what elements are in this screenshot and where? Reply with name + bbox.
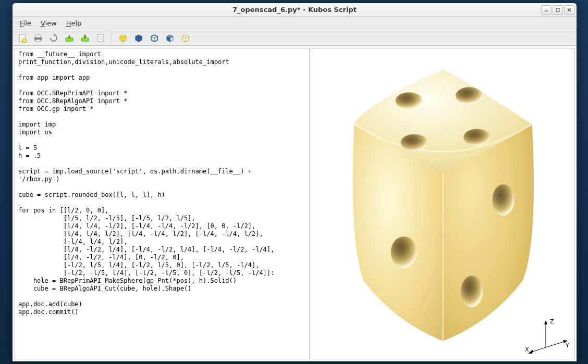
menu-view[interactable]: View <box>36 18 61 29</box>
svg-point-19 <box>463 129 491 146</box>
svg-text:Z: Z <box>550 318 554 325</box>
menubar: File View Help <box>13 17 577 30</box>
svg-rect-8 <box>36 40 40 42</box>
3d-viewer-pane[interactable]: Z Y X <box>312 48 574 359</box>
cube-wire-icon[interactable] <box>148 32 161 44</box>
svg-rect-7 <box>36 35 40 37</box>
edit-icon[interactable] <box>94 32 107 44</box>
menu-file[interactable]: File <box>16 18 35 29</box>
close-button[interactable] <box>564 5 574 15</box>
toolbar <box>13 30 577 46</box>
print-icon[interactable] <box>31 32 45 44</box>
cube-solid-icon[interactable] <box>116 32 130 44</box>
window-title: 7_openscad_6.py* - Kubos Script <box>232 6 357 14</box>
new-file-icon[interactable] <box>16 32 29 44</box>
cube-shaded-icon[interactable] <box>132 32 145 44</box>
refresh-icon[interactable] <box>47 32 60 44</box>
save-icon[interactable] <box>78 32 92 44</box>
svg-point-5 <box>22 39 27 43</box>
minimize-button[interactable] <box>541 5 552 15</box>
maximize-button[interactable] <box>553 5 563 15</box>
svg-text:X: X <box>525 346 529 353</box>
content-area: from __future__ import print_function,di… <box>13 46 577 361</box>
cube-front-icon[interactable] <box>163 32 177 44</box>
cube-outline-icon[interactable] <box>179 32 192 44</box>
window-controls <box>541 5 574 15</box>
svg-point-22 <box>461 275 483 307</box>
svg-point-16 <box>396 92 423 109</box>
svg-line-25 <box>546 341 566 347</box>
svg-point-20 <box>391 236 417 268</box>
dice-rendering <box>312 48 574 359</box>
toolbar-separator <box>112 33 112 43</box>
code-editor[interactable]: from __future__ import print_function,di… <box>15 48 309 318</box>
svg-rect-9 <box>66 38 73 41</box>
menu-help[interactable]: Help <box>62 18 86 29</box>
svg-rect-1 <box>556 8 559 11</box>
code-editor-pane[interactable]: from __future__ import print_function,di… <box>15 48 310 359</box>
svg-point-17 <box>456 87 483 104</box>
titlebar: 7_openscad_6.py* - Kubos Script <box>13 3 577 17</box>
svg-point-18 <box>401 134 428 151</box>
svg-text:Y: Y <box>565 342 569 349</box>
app-window: 7_openscad_6.py* - Kubos Script File Vie… <box>13 3 577 361</box>
svg-point-21 <box>492 184 514 216</box>
open-icon[interactable] <box>63 32 76 44</box>
axes-gizmo: Z Y X <box>525 317 570 356</box>
